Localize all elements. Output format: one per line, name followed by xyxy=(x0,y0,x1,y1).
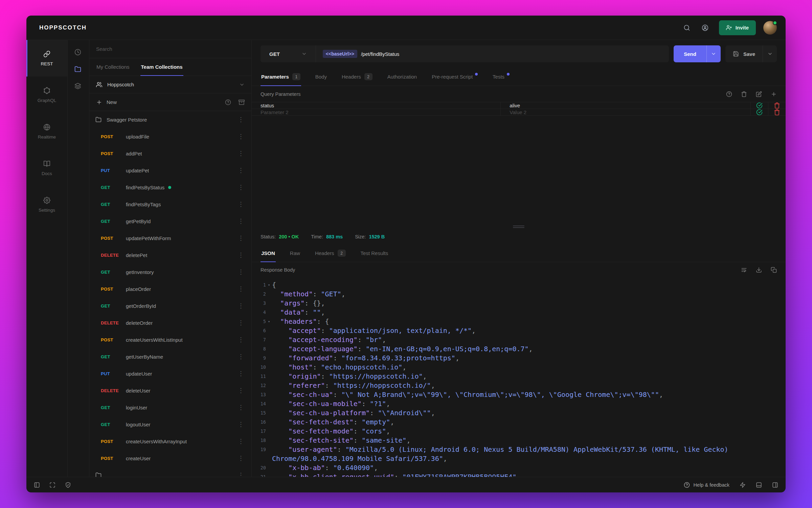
param-enabled-toggle[interactable] xyxy=(750,109,768,115)
options-kebab-icon[interactable]: ⋮ xyxy=(235,421,247,428)
options-kebab-icon[interactable]: ⋮ xyxy=(235,370,247,377)
panel-resizer[interactable] xyxy=(252,224,786,229)
options-kebab-icon[interactable]: ⋮ xyxy=(235,285,247,293)
options-kebab-icon[interactable]: ⋮ xyxy=(235,234,247,242)
delete-all-icon[interactable] xyxy=(741,91,747,97)
request-item[interactable]: GETgetInventory⋮ xyxy=(89,263,251,280)
copy-icon[interactable] xyxy=(771,267,777,273)
tab-body[interactable]: Body xyxy=(308,68,334,86)
options-kebab-icon[interactable]: ⋮ xyxy=(235,251,247,259)
param-delete-button[interactable] xyxy=(768,102,786,109)
tab-headers[interactable]: Headers2 xyxy=(308,245,353,262)
tab-pre-request-script[interactable]: Pre-request Script xyxy=(424,68,485,86)
archive-icon[interactable] xyxy=(239,99,245,105)
tab-team-collections[interactable]: Team Collections xyxy=(135,58,188,76)
request-item[interactable]: GETlogoutUser⋮ xyxy=(89,416,251,433)
options-kebab-icon[interactable]: ⋮ xyxy=(235,268,247,276)
options-kebab-icon[interactable]: ⋮ xyxy=(235,133,247,140)
url-input[interactable]: <<baseUrl>> /pet/findByStatus xyxy=(316,50,669,58)
options-kebab-icon[interactable]: ⋮ xyxy=(235,438,247,445)
param-delete-button[interactable] xyxy=(768,109,786,115)
edit-icon[interactable] xyxy=(756,91,762,97)
new-collection-button[interactable]: New xyxy=(96,99,117,105)
request-item[interactable]: POSTcreateUser⋮ xyxy=(89,450,251,467)
param-key-input[interactable]: status xyxy=(252,102,500,109)
nav-item-rest[interactable]: REST xyxy=(26,40,67,77)
nav-item-realtime[interactable]: Realtime xyxy=(26,113,67,150)
options-kebab-icon[interactable]: ⋮ xyxy=(235,150,247,157)
request-item[interactable]: GETgetPetById⋮ xyxy=(89,213,251,230)
method-selector[interactable]: GET xyxy=(261,45,316,62)
options-kebab-icon[interactable]: ⋮ xyxy=(235,454,247,462)
request-item[interactable]: PUTupdatePet⋮ xyxy=(89,162,251,179)
tab-test-results[interactable]: Test Results xyxy=(353,245,396,262)
param-value-input[interactable]: alive xyxy=(500,102,750,109)
options-kebab-icon[interactable]: ⋮ xyxy=(235,387,247,394)
account-icon[interactable] xyxy=(697,20,713,36)
options-kebab-icon[interactable]: ⋮ xyxy=(235,217,247,225)
download-icon[interactable] xyxy=(756,267,762,273)
fold-arrow-icon[interactable]: ▾ xyxy=(266,280,272,290)
request-item[interactable]: GETfindPetsByTags⋮ xyxy=(89,196,251,213)
options-kebab-icon[interactable]: ⋮ xyxy=(235,116,247,123)
toggle-sidebar-icon[interactable] xyxy=(34,482,40,488)
save-options-button[interactable] xyxy=(763,45,777,62)
add-param-icon[interactable] xyxy=(771,91,777,97)
collections-search-input[interactable]: Search xyxy=(89,40,251,58)
tab-my-collections[interactable]: My Collections xyxy=(91,58,135,76)
options-kebab-icon[interactable]: ⋮ xyxy=(235,319,247,326)
shortcuts-zap-icon[interactable] xyxy=(740,482,746,488)
tab-parameters[interactable]: Parameters1 xyxy=(254,68,308,86)
request-item[interactable]: DELETEdeletePet⋮ xyxy=(89,247,251,263)
strip-item-collections[interactable] xyxy=(74,66,83,74)
send-button[interactable]: Send xyxy=(674,45,706,62)
nav-item-docs[interactable]: Docs xyxy=(26,150,67,186)
avatar[interactable] xyxy=(763,21,777,35)
request-item[interactable]: PUTupdateUser⋮ xyxy=(89,365,251,382)
request-item[interactable]: POSTaddPet⋮ xyxy=(89,145,251,162)
options-kebab-icon[interactable]: ⋮ xyxy=(235,353,247,360)
request-item[interactable]: POSTcreateUsersWithListInput⋮ xyxy=(89,331,251,348)
send-options-button[interactable] xyxy=(706,45,721,62)
fold-arrow-icon[interactable]: ▾ xyxy=(266,317,272,326)
nav-item-graphql[interactable]: GraphQL xyxy=(26,77,67,113)
request-item[interactable]: POSTuploadFile⋮ xyxy=(89,128,251,145)
tab-tests[interactable]: Tests xyxy=(485,68,517,86)
param-enabled-toggle[interactable] xyxy=(750,102,768,109)
panel-bottom-icon[interactable] xyxy=(756,482,762,488)
param-value-input[interactable]: Value 2 xyxy=(500,109,750,115)
tab-authorization[interactable]: Authorization xyxy=(380,68,425,86)
strip-item-environments[interactable] xyxy=(74,83,83,91)
options-kebab-icon[interactable]: ⋮ xyxy=(235,302,247,310)
request-item[interactable]: GETfindPetsByStatus⋮ xyxy=(89,179,251,196)
request-item[interactable]: POSTplaceOrder⋮ xyxy=(89,280,251,297)
nav-item-settings[interactable]: Settings xyxy=(26,186,67,223)
options-kebab-icon[interactable]: ⋮ xyxy=(235,336,247,343)
options-kebab-icon[interactable]: ⋮ xyxy=(235,184,247,191)
interceptor-shield-icon[interactable] xyxy=(65,482,71,488)
panel-right-icon[interactable] xyxy=(772,482,778,488)
options-kebab-icon[interactable]: ⋮ xyxy=(235,167,247,174)
options-kebab-icon[interactable]: ⋮ xyxy=(235,471,247,477)
collection-folder[interactable]: ⋮ xyxy=(89,467,251,477)
request-item[interactable]: POSTcreateUsersWithArrayInput⋮ xyxy=(89,433,251,450)
options-kebab-icon[interactable]: ⋮ xyxy=(235,200,247,208)
collection-folder[interactable]: Swagger Petstore⋮ xyxy=(89,111,251,128)
request-item[interactable]: POSTupdatePetWithForm⋮ xyxy=(89,230,251,247)
expand-icon[interactable] xyxy=(49,482,55,488)
request-item[interactable]: DELETEdeleteOrder⋮ xyxy=(89,314,251,331)
save-button[interactable]: Save xyxy=(725,45,763,62)
team-selector[interactable]: Hoppscotch xyxy=(89,76,251,93)
request-item[interactable]: DELETEdeleteUser⋮ xyxy=(89,382,251,399)
tab-raw[interactable]: Raw xyxy=(283,245,308,262)
response-body-editor[interactable]: 1▾{2 "method": "GET",3 "args": {},4 "dat… xyxy=(252,278,786,477)
search-icon[interactable] xyxy=(679,20,695,36)
help-icon[interactable] xyxy=(726,91,732,97)
request-item[interactable]: GETgetUserByName⋮ xyxy=(89,348,251,365)
tab-json[interactable]: JSON xyxy=(254,245,283,262)
help-icon[interactable] xyxy=(225,99,231,105)
invite-button[interactable]: Invite xyxy=(719,20,756,35)
options-kebab-icon[interactable]: ⋮ xyxy=(235,404,247,411)
request-item[interactable]: GETloginUser⋮ xyxy=(89,399,251,416)
param-key-input[interactable]: Parameter 2 xyxy=(252,109,500,115)
